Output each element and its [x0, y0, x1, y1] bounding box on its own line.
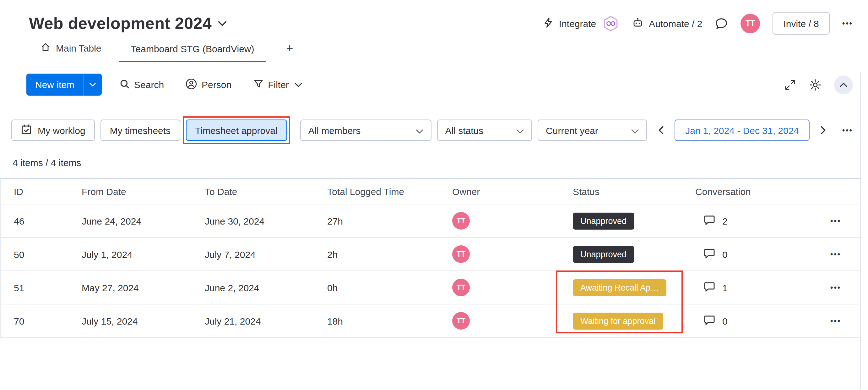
- status-badge[interactable]: Unapproved: [573, 246, 634, 262]
- chevron-down-icon[interactable]: [218, 21, 227, 26]
- column-header-owner[interactable]: Owner: [452, 186, 573, 197]
- column-header-id[interactable]: ID: [14, 186, 82, 197]
- column-header-conversation[interactable]: Conversation: [695, 186, 823, 197]
- members-dropdown-value: All members: [308, 125, 361, 136]
- row-more-menu[interactable]: •••: [830, 250, 841, 258]
- filter-label: Filter: [268, 79, 289, 90]
- my-timesheets-label: My timesheets: [110, 125, 170, 136]
- date-range-button[interactable]: Jan 1, 2024 - Dec 31, 2024: [675, 119, 810, 141]
- automate-label: Automate / 2: [649, 18, 702, 29]
- column-header-total-logged-time[interactable]: Total Logged Time: [327, 186, 452, 197]
- cell-from-date[interactable]: July 1, 2024: [82, 249, 205, 259]
- cell-to-date[interactable]: June 2, 2024: [205, 282, 327, 293]
- chevron-right-icon[interactable]: [815, 126, 832, 135]
- collapse-toolbar-button[interactable]: [834, 75, 853, 94]
- person-filter-button[interactable]: Person: [185, 78, 231, 91]
- my-worklog-label: My worklog: [38, 125, 85, 136]
- members-dropdown[interactable]: All members: [300, 119, 432, 141]
- chevron-left-icon[interactable]: [653, 126, 669, 135]
- robot-icon: [632, 17, 644, 30]
- new-item-dropdown[interactable]: [83, 74, 101, 95]
- person-icon: [185, 78, 197, 91]
- row-more-menu[interactable]: •••: [830, 216, 841, 225]
- cell-total-logged-time[interactable]: 27h: [327, 216, 452, 226]
- fullscreen-icon[interactable]: [784, 78, 797, 91]
- status-badge[interactable]: Waiting for approval: [573, 312, 663, 329]
- conversation-cell[interactable]: 1: [695, 280, 823, 295]
- integrate-button[interactable]: Integrate: [542, 15, 619, 32]
- header-actions: Integrate: [542, 12, 853, 35]
- cell-total-logged-time[interactable]: 2h: [327, 249, 452, 259]
- conversation-count: 2: [722, 216, 727, 226]
- my-worklog-button[interactable]: My worklog: [11, 119, 95, 141]
- chevron-down-icon: [294, 82, 302, 87]
- row-more-menu[interactable]: •••: [830, 283, 841, 292]
- new-item-label[interactable]: New item: [26, 74, 83, 95]
- cell-to-date[interactable]: June 30, 2024: [205, 216, 327, 226]
- cell-id[interactable]: 51: [14, 282, 82, 293]
- table-row: 51 May 27, 2024 June 2, 2024 0h TT Await…: [1, 271, 861, 304]
- search-label: Search: [134, 79, 164, 90]
- conversation-count: 0: [722, 249, 727, 259]
- filter-button[interactable]: Filter: [253, 79, 302, 90]
- add-tab-button[interactable]: +: [283, 41, 297, 62]
- person-label: Person: [202, 79, 231, 90]
- tab-main-table-label: Main Table: [56, 43, 101, 53]
- cell-id[interactable]: 50: [14, 249, 82, 259]
- cell-id[interactable]: 46: [14, 216, 82, 226]
- new-item-button[interactable]: New item: [26, 74, 101, 95]
- page-title[interactable]: Web development 2024: [29, 13, 212, 33]
- cell-id[interactable]: 70: [14, 315, 82, 326]
- column-header-from-date[interactable]: From Date: [82, 186, 205, 197]
- title-row: Web development 2024 Integrate: [29, 12, 853, 34]
- cell-to-date[interactable]: July 21, 2024: [205, 315, 327, 326]
- owner-avatar[interactable]: TT: [452, 279, 470, 296]
- chevron-down-icon: [516, 125, 524, 136]
- column-header-to-date[interactable]: To Date: [205, 186, 327, 197]
- automate-button[interactable]: Automate / 2: [632, 17, 702, 30]
- filter-bar: My worklog My timesheets Timesheet appro…: [11, 119, 853, 141]
- chat-icon[interactable]: [715, 17, 728, 30]
- gear-icon[interactable]: [809, 78, 822, 91]
- search-button[interactable]: Search: [119, 78, 164, 91]
- table-row: 70 July 15, 2024 July 21, 2024 18h TT Wa…: [1, 304, 861, 338]
- chevron-down-icon: [415, 125, 423, 136]
- cell-from-date[interactable]: June 24, 2024: [82, 216, 205, 226]
- owner-avatar[interactable]: TT: [452, 245, 470, 263]
- conversation-cell[interactable]: 0: [695, 313, 823, 328]
- conversation-cell[interactable]: 2: [695, 214, 823, 228]
- owner-avatar[interactable]: TT: [452, 212, 470, 230]
- home-icon: [40, 42, 51, 54]
- cell-to-date[interactable]: July 7, 2024: [205, 249, 327, 259]
- cell-total-logged-time[interactable]: 0h: [327, 282, 452, 293]
- timesheet-approval-button[interactable]: Timesheet approval: [186, 119, 287, 141]
- calendar-check-icon: [21, 123, 32, 137]
- timesheet-approval-label: Timesheet approval: [195, 125, 277, 136]
- my-timesheets-button[interactable]: My timesheets: [100, 119, 180, 141]
- items-count: 4 items / 4 items: [12, 157, 868, 168]
- status-dropdown[interactable]: All status: [437, 119, 532, 141]
- header-more-menu[interactable]: •••: [842, 19, 853, 28]
- board-page: Web development 2024 Integrate: [0, 0, 868, 390]
- status-badge[interactable]: Unapproved: [573, 212, 634, 229]
- tab-main-table[interactable]: Main Table: [39, 42, 103, 62]
- status-badge[interactable]: Awaiting Recall Ap…: [573, 279, 666, 296]
- conversation-cell[interactable]: 0: [695, 247, 823, 261]
- row-more-menu[interactable]: •••: [830, 316, 841, 325]
- cell-from-date[interactable]: May 27, 2024: [82, 282, 205, 293]
- speech-bubble-icon: [703, 247, 716, 261]
- integrate-label: Integrate: [559, 18, 596, 29]
- owner-avatar[interactable]: TT: [452, 312, 470, 330]
- filter-more-menu[interactable]: •••: [842, 126, 853, 135]
- conversation-count: 1: [722, 282, 727, 293]
- cell-from-date[interactable]: July 15, 2024: [82, 315, 205, 326]
- timesheet-table: ID From Date To Date Total Logged Time O…: [0, 178, 861, 338]
- avatar[interactable]: TT: [741, 13, 760, 33]
- tab-teamboard-stg[interactable]: Teamboard STG (BoardView): [119, 44, 266, 62]
- cell-total-logged-time[interactable]: 18h: [327, 315, 452, 326]
- column-header-status[interactable]: Status: [573, 186, 695, 197]
- table-row: 50 July 1, 2024 July 7, 2024 2h TT Unapp…: [1, 238, 861, 271]
- invite-button[interactable]: Invite / 8: [773, 12, 829, 35]
- period-dropdown[interactable]: Current year: [538, 119, 647, 141]
- period-dropdown-value: Current year: [546, 125, 598, 136]
